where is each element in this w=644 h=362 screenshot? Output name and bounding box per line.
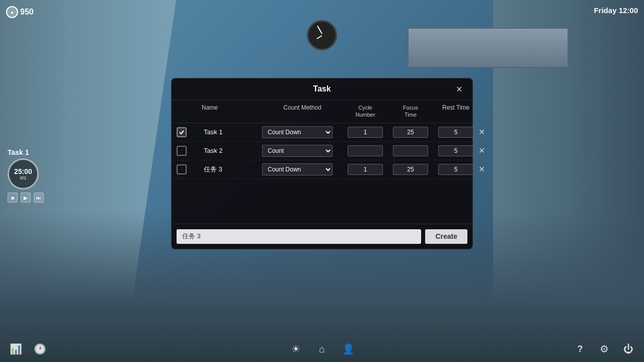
top-cabinet (408, 28, 569, 68)
task-checkbox-1[interactable] (177, 127, 187, 137)
task-method-col-3: Count Down Count (262, 163, 343, 175)
header-name: Name (202, 104, 262, 119)
task-name-1: Task 1 (202, 128, 262, 136)
task-cycle-col-1 (343, 127, 388, 138)
modal-bottom: Create (172, 224, 472, 249)
task-focus-input-1[interactable] (393, 127, 428, 138)
timer-task-label: Task 1 (8, 148, 44, 156)
table-row: Task 2 Count Count Down ✕ (172, 142, 472, 160)
bottom-left-icons: 📊 🕐 (8, 341, 48, 357)
task-name-2: Task 2 (202, 147, 262, 154)
task-checkbox-3[interactable] (177, 164, 187, 174)
task-count-method-select-1[interactable]: Count Down Count (262, 126, 333, 138)
side-timer: Task 1 25:00 0/1 ■ ▶ ⏭ (8, 148, 44, 203)
task-cycle-input-3[interactable] (348, 164, 383, 175)
bottom-nav: ☀ ⌂ 👤 (288, 341, 356, 357)
task-table-body: Task 1 Count Down Count ✕ Ta (172, 123, 472, 224)
task-name-3: 任务 3 (202, 165, 262, 174)
timer-stop-button[interactable]: ■ (8, 193, 18, 203)
settings-icon[interactable]: ⚙ (596, 341, 612, 357)
task-delete-button-2[interactable]: ✕ (478, 146, 485, 155)
task-focus-input-2[interactable] (393, 145, 428, 156)
task-rest-col-3 (433, 164, 478, 175)
task-rest-input-2[interactable] (438, 145, 473, 156)
task-cycle-input-1[interactable] (348, 127, 383, 138)
task-rest-input-3[interactable] (438, 164, 473, 175)
task-rest-col-2 (433, 145, 478, 156)
table-row: 任务 3 Count Down Count ✕ (172, 160, 472, 179)
task-delete-col-3: ✕ (478, 164, 499, 174)
score-value: 950 (20, 8, 34, 17)
header-delete-col (478, 104, 499, 119)
score-icon: ● (6, 6, 18, 18)
timer-time: 25:00 (14, 167, 32, 175)
task-focus-input-3[interactable] (393, 164, 428, 175)
clock-icon[interactable]: 🕐 (32, 341, 48, 357)
modal-title: Task (191, 84, 453, 94)
task-focus-col-3 (388, 164, 433, 175)
create-button[interactable]: Create (425, 229, 467, 244)
header-focus-time: FocusTime (388, 104, 433, 119)
new-task-input[interactable] (177, 229, 421, 244)
chart-icon[interactable]: 📊 (8, 341, 24, 357)
task-delete-button-3[interactable]: ✕ (478, 164, 485, 174)
task-cycle-col-3 (343, 164, 388, 175)
sun-nav-icon[interactable]: ☀ (288, 341, 304, 357)
task-delete-col-2: ✕ (478, 146, 499, 155)
task-rest-col-1 (433, 127, 478, 138)
task-table-header: Name Count Method CycleNumber FocusTime … (172, 100, 472, 123)
task-focus-col-2 (388, 145, 433, 156)
task-cycle-col-2 (343, 145, 388, 156)
timer-play-button[interactable]: ▶ (21, 193, 31, 203)
power-icon[interactable]: ⏻ (620, 341, 636, 357)
bottom-right-icons: ? ⚙ ⏻ (572, 341, 636, 357)
timer-circle: 25:00 0/1 (8, 158, 39, 190)
timer-progress: 0/1 (20, 175, 27, 180)
task-modal: Task ✕ Name Count Method CycleNumber Foc… (171, 78, 473, 249)
modal-close-button[interactable]: ✕ (453, 83, 464, 95)
task-count-method-select-3[interactable]: Count Down Count (262, 163, 333, 175)
modal-header: Task ✕ (172, 78, 472, 100)
hud-datetime: Friday 12:00 (594, 6, 638, 15)
wall-clock (307, 20, 337, 50)
task-method-col-1: Count Down Count (262, 126, 343, 138)
timer-skip-button[interactable]: ⏭ (34, 193, 44, 203)
hud-score-area: ● 950 (6, 6, 34, 18)
task-cycle-input-2[interactable] (348, 145, 383, 156)
task-count-method-select-2[interactable]: Count Count Down (262, 145, 333, 157)
header-rest-time: Rest Time (433, 104, 478, 119)
header-count-method: Count Method (262, 104, 343, 119)
timer-controls: ■ ▶ ⏭ (8, 193, 44, 203)
task-focus-col-1 (388, 127, 433, 138)
checkmark-icon (179, 129, 185, 135)
person-nav-icon[interactable]: 👤 (340, 341, 356, 357)
help-icon[interactable]: ? (572, 341, 588, 357)
task-method-col-2: Count Count Down (262, 145, 343, 157)
table-row: Task 1 Count Down Count ✕ (172, 123, 472, 142)
header-checkbox-col (177, 104, 202, 119)
task-rest-input-1[interactable] (438, 127, 473, 138)
task-delete-col-1: ✕ (478, 127, 499, 137)
home-nav-icon[interactable]: ⌂ (314, 341, 330, 357)
header-cycle-number: CycleNumber (343, 104, 388, 119)
task-checkbox-2[interactable] (177, 146, 187, 156)
task-delete-button-1[interactable]: ✕ (478, 127, 485, 137)
